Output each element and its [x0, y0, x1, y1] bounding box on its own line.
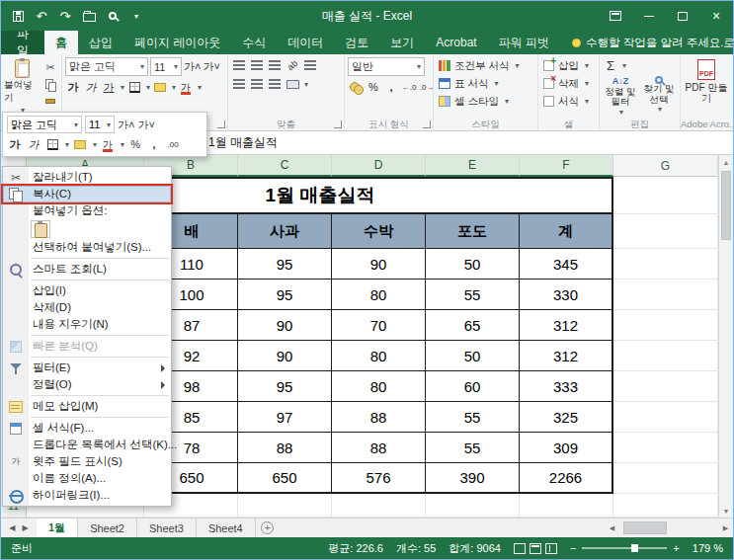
cells-button-0[interactable]: 삽입▾ — [541, 57, 596, 74]
login-button[interactable]: 로그인 — [723, 36, 734, 50]
table-cell[interactable]: 55 — [426, 280, 520, 310]
sheet-tab-Sheet4[interactable]: Sheet4 — [197, 519, 256, 537]
column-header-G[interactable]: G — [613, 155, 718, 177]
table-cell[interactable]: 333 — [520, 371, 613, 402]
close-button[interactable]: × — [699, 1, 733, 31]
new-sheet-button[interactable]: + — [256, 519, 280, 537]
font-name-select[interactable]: 맑은 고딕▾ — [65, 57, 148, 76]
table-cell[interactable]: 80 — [332, 371, 426, 402]
table-cell[interactable]: 576 — [332, 463, 426, 494]
ribbon-tab-페이지 레이아웃[interactable]: 페이지 레이아웃 — [123, 31, 231, 54]
table-cell[interactable]: 80 — [332, 341, 426, 371]
undo-button[interactable]: ↶ — [35, 8, 48, 24]
paste-button[interactable]: 붙여넣기 ▾ — [4, 57, 40, 118]
comma-button[interactable]: , — [383, 79, 399, 95]
zoom-slider-thumb[interactable] — [631, 544, 638, 552]
ribbon-tab-데이터[interactable]: 데이터 — [277, 31, 334, 54]
decrease-decimal-button[interactable]: .0→ — [419, 79, 435, 95]
scroll-down-icon[interactable]: ▼ — [719, 504, 733, 518]
file-tab[interactable]: 파일 — [1, 31, 44, 54]
vertical-scrollbar[interactable]: ▲ ▼ — [718, 155, 733, 518]
context-menu-item-8[interactable]: 내용 지우기(N) — [3, 316, 171, 333]
minimize-button[interactable] — [632, 1, 666, 31]
column-header-D[interactable]: D — [332, 155, 426, 177]
next-sheet-button[interactable]: ▶ — [23, 523, 29, 532]
table-cell[interactable]: 55 — [426, 433, 520, 463]
percent-button[interactable]: % — [366, 79, 381, 95]
table-header-cell[interactable]: 사과 — [238, 214, 332, 249]
align-top-button[interactable] — [231, 57, 247, 73]
ribbon-tab-보기[interactable]: 보기 — [379, 31, 425, 54]
merge-center-button[interactable] — [285, 76, 300, 92]
copy-button[interactable] — [42, 77, 58, 92]
maximize-button[interactable] — [666, 1, 699, 31]
sheet-tab-Sheet2[interactable]: Sheet2 — [78, 519, 137, 537]
ribbon-tab-검토[interactable]: 검토 — [334, 31, 379, 54]
autosum-button[interactable]: Σ — [603, 57, 618, 73]
ribbon-tab-홈[interactable]: 홈 — [44, 31, 78, 54]
zoom-level[interactable]: 179 % — [693, 542, 723, 554]
cells-button-2[interactable]: 서식▾ — [541, 93, 596, 110]
table-cell[interactable]: 90 — [238, 310, 332, 341]
table-cell[interactable]: 60 — [426, 371, 520, 402]
font-color-button[interactable]: 가 — [178, 79, 194, 95]
table-cell[interactable]: 312 — [520, 341, 613, 371]
customize-quick-access-button[interactable]: ▾ — [129, 8, 143, 24]
mini-decimal-button[interactable]: .00 — [165, 136, 181, 152]
number-format-select[interactable]: 일반▾ — [348, 57, 425, 76]
paste-option-button[interactable] — [31, 220, 50, 238]
ribbon-tab-수식[interactable]: 수식 — [231, 31, 277, 54]
context-menu-item-5[interactable]: 스마트 조회(L) — [3, 261, 171, 278]
table-cell[interactable]: 2266 — [520, 463, 613, 494]
align-left-button[interactable] — [231, 76, 247, 92]
page-break-view-button[interactable] — [545, 543, 557, 554]
ribbon-tab-Acrobat[interactable]: Acrobat — [425, 31, 487, 54]
horizontal-scroll-thumb[interactable] — [623, 521, 667, 534]
context-menu-item-7[interactable]: 삭제(D) — [3, 299, 171, 316]
ribbon-display-options-button[interactable] — [599, 1, 632, 31]
context-menu-item-14[interactable]: 드롭다운 목록에서 선택(K)... — [3, 437, 171, 453]
decrease-font-button[interactable]: 가˅ — [203, 59, 219, 75]
context-menu-item-1[interactable]: 복사(C) — [3, 186, 171, 202]
table-cell[interactable]: 390 — [426, 463, 520, 494]
context-menu-item-4[interactable]: 선택하여 붙여넣기(S)... — [3, 239, 171, 256]
table-cell[interactable]: 88 — [238, 433, 332, 463]
table-cell[interactable]: 95 — [238, 371, 332, 402]
context-menu-item-16[interactable]: 이름 정의(A)... — [3, 470, 171, 487]
context-menu-item-0[interactable]: 잘라내기(T) — [3, 169, 171, 186]
column-header-E[interactable]: E — [426, 155, 520, 177]
context-menu-item-17[interactable]: 하이퍼링크(I)... — [3, 487, 171, 504]
font-size-select[interactable]: 11▾ — [150, 57, 182, 76]
table-cell[interactable]: 90 — [332, 249, 426, 280]
table-cell[interactable]: 90 — [238, 341, 332, 371]
table-header-cell[interactable]: 계 — [520, 214, 613, 249]
context-menu-item-10[interactable]: 필터(E) — [3, 360, 171, 376]
table-cell[interactable]: 80 — [332, 280, 426, 310]
mini-percent-button[interactable]: % — [127, 136, 143, 152]
scroll-left-icon[interactable]: ◀ — [605, 519, 619, 537]
mini-fill-color-button[interactable] — [72, 136, 88, 152]
increase-font-button[interactable]: 가˄ — [184, 59, 201, 75]
mini-increase-font-button[interactable]: 가˄ — [118, 117, 134, 132]
borders-button[interactable] — [126, 79, 142, 95]
open-button[interactable] — [82, 8, 96, 24]
table-cell[interactable]: 50 — [426, 249, 520, 280]
align-middle-button[interactable] — [249, 57, 265, 73]
context-menu-item-12[interactable]: 메모 삽입(M) — [3, 398, 171, 415]
vertical-scroll-thumb[interactable] — [721, 171, 731, 240]
table-cell[interactable]: 88 — [332, 402, 426, 433]
format-painter-button[interactable] — [42, 94, 58, 109]
table-cell[interactable]: 650 — [238, 463, 332, 494]
context-menu-item-15[interactable]: 윗주 필드 표시(S) — [3, 453, 171, 470]
create-pdf-button[interactable]: PDF PDF 만들기 — [684, 57, 729, 104]
tell-me-box[interactable]: 수행할 작업을 알려 주세요. — [572, 31, 723, 54]
context-menu-item-6[interactable]: 삽입(I) — [3, 282, 171, 299]
cells-button-1[interactable]: 삭제▾ — [541, 75, 596, 92]
editing-button-1[interactable]: 찾기 및 선택▾ — [641, 76, 677, 118]
mini-borders-button[interactable] — [44, 136, 60, 152]
table-cell[interactable]: 325 — [520, 402, 613, 433]
table-cell[interactable]: 330 — [520, 280, 613, 310]
mini-comma-button[interactable]: , — [146, 136, 162, 152]
underline-button[interactable]: 가 — [101, 79, 117, 95]
mini-font-size-select[interactable]: 11▾ — [85, 116, 115, 133]
